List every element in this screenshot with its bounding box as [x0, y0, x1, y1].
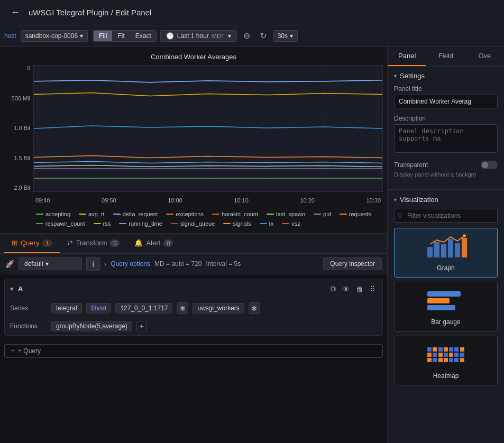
panel-title-field: Panel title [394, 85, 498, 108]
panel-title-label: Panel title [394, 85, 498, 93]
legend-vsz: vsz [282, 220, 300, 227]
legend-harakiri_count: harakiri_count [212, 211, 258, 217]
transparent-toggle[interactable] [481, 161, 498, 169]
tab-overrides[interactable]: Ove [465, 47, 504, 66]
svg-point-16 [463, 234, 466, 237]
host-tag: $host [86, 303, 111, 313]
query-tab-badge: 1 [42, 239, 52, 247]
asterisk-button[interactable]: ✱ [177, 302, 188, 314]
query-tab-icon: ⊞ [12, 239, 17, 247]
y-axis: 2.0 Bil 1.5 Bil 1.0 Bil 500 Mil 0 [4, 65, 33, 192]
right-tabs: Panel Field Ove [388, 47, 504, 67]
alert-tab-icon: 🔔 [134, 239, 143, 247]
visualization-label: Visualization [400, 196, 438, 204]
visualization-section: ▾ Visualization ▽ [388, 190, 504, 391]
toggle-knob [482, 162, 488, 168]
query-tab-label: Query [21, 239, 39, 247]
viz-card-heatmap[interactable]: Heatmap [394, 336, 498, 385]
host-value: sandbox-cop-0006 [25, 32, 78, 40]
add-query-label: + Query [18, 347, 41, 355]
transform-tab-icon: ⇄ [67, 239, 73, 247]
toggle-query-button[interactable]: 👁 [340, 283, 352, 294]
query-letter-a: A [18, 285, 23, 293]
transform-tab-label: Transform [76, 239, 107, 247]
viz-card-bar-gauge[interactable]: Bar gauge [394, 282, 498, 331]
transparent-desc: Display panel without a backgro [394, 171, 498, 178]
chevron-down-icon: ▾ [290, 32, 293, 40]
timezone-text: MDT [212, 33, 225, 39]
settings-section: ▾ Settings Panel title Description Trans… [388, 67, 504, 189]
datasource-icon: 🚀 [5, 260, 14, 268]
fill-button[interactable]: Fill [94, 31, 112, 41]
chart-area: Combined Worker Averages 2.0 Bil 1.5 Bil… [0, 47, 387, 233]
graph-icon [425, 234, 467, 260]
x-label-4: 10:20 [300, 197, 315, 204]
chevron-right-icon: › [104, 260, 106, 268]
tab-field[interactable]: Field [426, 47, 465, 66]
delete-query-button[interactable]: 🗑 [354, 283, 365, 294]
x-label-0: 09:40 [35, 197, 50, 204]
collapse-icon: ▾ [10, 285, 14, 293]
measurement-asterisk-button[interactable]: ✱ [249, 302, 260, 314]
datasource-select[interactable]: default ▾ [19, 257, 82, 270]
y-label-0: 2.0 Bil [4, 184, 33, 191]
query-inspector-button[interactable]: Query inspector [323, 257, 382, 270]
svg-rect-10 [427, 247, 433, 257]
drag-query-handle[interactable]: ⠿ [368, 283, 377, 294]
measurement-tag: uwsgi_workers [193, 303, 244, 313]
telegraf-tag: telegraf [51, 303, 82, 313]
query-meta-md: MD = auto = 720 [154, 260, 201, 267]
graph-label: Graph [437, 264, 454, 272]
overrides-tab-label: Ove [478, 52, 491, 60]
chevron-down-icon: ▾ [80, 32, 83, 40]
query-tabs: ⊞ Query 1 ⇄ Transform 0 🔔 Alert 0 [0, 233, 387, 254]
description-input[interactable] [394, 124, 498, 153]
interval-select[interactable]: 30s ▾ [273, 30, 298, 42]
query-options-bar: 🚀 default ▾ ℹ › Query options MD = auto … [0, 254, 387, 274]
chevron-down-icon: ▾ [45, 260, 49, 267]
left-panel: Combined Worker Averages 2.0 Bil 1.5 Bil… [0, 47, 388, 443]
time-range-button[interactable]: 🕐 Last 1 hour MDT ▾ [160, 30, 237, 42]
exact-button[interactable]: Exact [130, 31, 157, 41]
add-function-button[interactable]: + [136, 321, 147, 331]
field-tab-label: Field [438, 52, 453, 60]
legend-exceptions: exceptions [166, 211, 204, 217]
legend-signals: signals [223, 220, 251, 227]
legend-last_spawn: last_spawn [267, 211, 305, 217]
chart-plot [33, 65, 383, 192]
svg-rect-12 [441, 244, 446, 257]
tab-alert[interactable]: 🔔 Alert 0 [127, 234, 180, 253]
legend-pid: pid [314, 211, 331, 217]
y-label-3: 500 Mil [4, 95, 33, 101]
zoom-out-button[interactable]: ⊖ [240, 30, 253, 42]
time-range-text: Last 1 hour [177, 32, 209, 40]
query-info-button[interactable]: ℹ [86, 257, 100, 271]
copy-query-button[interactable]: ⧉ [328, 283, 338, 294]
legend-requests: requests [340, 211, 371, 217]
refresh-button[interactable]: ↻ [256, 30, 270, 42]
back-button[interactable]: ← [8, 5, 22, 20]
bar-gauge-label: Bar gauge [431, 318, 460, 326]
functions-label: Functions [10, 322, 47, 330]
x-label-1: 09:50 [102, 197, 116, 204]
filter-visualizations-input[interactable] [394, 209, 498, 223]
panel-title-input[interactable] [394, 95, 498, 108]
svg-rect-14 [455, 243, 460, 257]
viz-card-graph[interactable]: Graph [394, 228, 498, 278]
tab-transform[interactable]: ⇄ Transform 0 [60, 234, 127, 253]
host-select[interactable]: sandbox-cop-0006 ▾ [21, 30, 88, 42]
host-label: host [4, 32, 16, 40]
query-options-button[interactable]: Query options [111, 260, 150, 267]
functions-row: Functions groupByNode(5,average) + [5, 318, 382, 335]
tab-panel[interactable]: Panel [388, 47, 426, 66]
visualization-header[interactable]: ▾ Visualization [394, 196, 498, 204]
x-axis: 09:40 09:50 10:00 10:10 10:20 10:30 [33, 193, 383, 208]
settings-header[interactable]: ▾ Settings [394, 72, 498, 80]
tab-query[interactable]: ⊞ Query 1 [4, 234, 60, 253]
series-label: Series [10, 304, 47, 312]
add-query-button[interactable]: + + Query [4, 344, 383, 358]
legend-delta_request: delta_request [113, 211, 158, 217]
transparent-field: Transparent Display panel without a back… [394, 161, 498, 178]
fit-button[interactable]: Fit [112, 31, 130, 41]
transparent-toggle-row: Transparent [394, 161, 498, 169]
